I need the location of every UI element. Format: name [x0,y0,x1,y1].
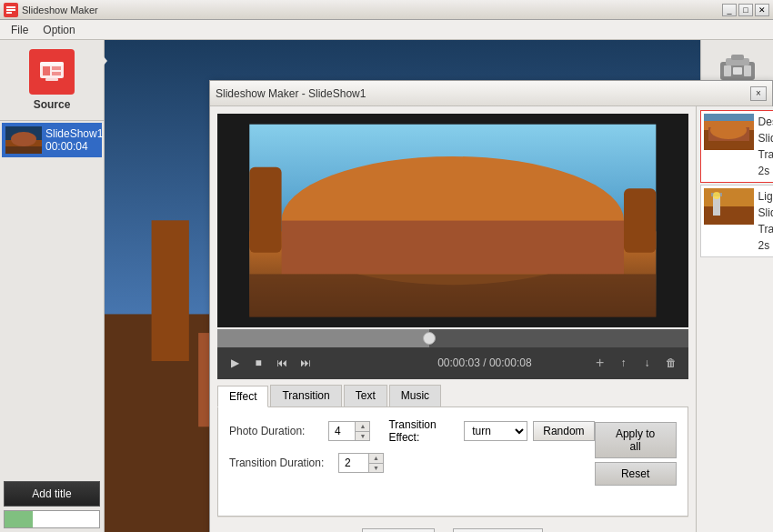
svg-rect-27 [624,188,656,253]
svg-rect-25 [282,221,624,275]
playlist-slide-desert: Slide: 4s [758,130,773,146]
progress-thumb[interactable] [423,332,436,345]
toolbox-icon [716,47,759,84]
playlist-transition-desert: Transition: 2s [758,146,773,179]
menu-option[interactable]: Option [35,22,82,38]
play-button[interactable]: ▶ [225,353,245,373]
transition-effect-select[interactable]: turn fade slide zoom [464,421,527,441]
add-title-button[interactable]: Add title [4,481,100,507]
player-controls: ▶ ■ ⏮ ⏭ 00:00:03 / 00:00:08 + ↑ ↓ 🗑 [217,347,688,379]
rewind-button[interactable]: ⏮ [272,353,292,373]
slideshow-duration: 00:00:04 [45,140,103,153]
svg-rect-18 [152,220,189,361]
app-icon [4,3,18,17]
slideshow-item[interactable]: SlideShow1 00:00:04 [2,123,102,157]
svg-rect-7 [52,66,61,70]
tab-text[interactable]: Text [344,385,387,407]
apply-to-all-button[interactable]: Apply to all [595,422,677,458]
playlist-panel: Desert Slide: 4s Transition: 2s [696,106,773,532]
photo-duration-label: Photo Duration: [229,425,328,437]
effect-tab-content: Photo Duration: ▲ ▼ [217,407,688,517]
window-content: ▶ ■ ⏮ ⏭ 00:00:03 / 00:00:08 + ↑ ↓ 🗑 [210,106,772,532]
svg-rect-3 [6,12,12,14]
photo-duration-row: Photo Duration: ▲ ▼ [229,418,595,444]
photo-duration-up[interactable]: ▲ [355,422,369,432]
move-down-button[interactable]: ↓ [637,353,658,373]
menu-bar: File Option [0,20,773,40]
close-button[interactable]: ✕ [755,4,769,16]
photo-duration-down[interactable]: ▼ [355,432,369,441]
svg-rect-13 [5,146,42,154]
photo-duration-input[interactable]: ▲ ▼ [328,421,370,441]
progress-bar[interactable] [217,329,688,347]
source-icon[interactable] [29,49,75,95]
svg-rect-31 [704,114,754,121]
move-up-button[interactable]: ↑ [614,353,634,373]
transition-effect-section: Transition Effect: turn fade slide zoom [388,418,594,444]
video-player [217,114,688,327]
photo-duration-spinner: ▲ ▼ [355,422,369,440]
add-slide-button[interactable]: + [590,353,610,373]
progress-fill [217,329,429,347]
transition-duration-input[interactable]: ▲ ▼ [338,453,384,473]
tab-music[interactable]: Music [389,385,441,407]
cancel-button[interactable]: Cancel [453,528,543,532]
transition-duration-spinner: ▲ ▼ [368,454,383,472]
random-button[interactable]: Random [533,421,594,441]
source-section: Source [0,40,104,121]
dialog-footer: OK Cancel [217,517,688,532]
tab-transition[interactable]: Transition [270,385,341,407]
tab-effect[interactable]: Effect [217,386,268,407]
minimize-button[interactable]: _ [722,4,737,16]
slideshow-name: SlideShow1 [45,127,103,140]
main-layout: Source SlideShow1 00:00:04 Add title [0,40,773,532]
playlist-thumb-desert [704,114,754,150]
svg-rect-41 [731,55,744,60]
svg-rect-8 [52,72,61,75]
playlist-info-lighthouse: Lighthouse Slide: 4s Transition: 2s [758,188,773,254]
svg-rect-1 [6,6,15,8]
extra-controls: + ↑ ↓ 🗑 [590,353,681,373]
transition-effect-label: Transition Effect: [388,418,458,444]
restore-button[interactable]: □ [738,4,753,16]
transition-duration-up[interactable]: ▲ [368,454,383,464]
svg-point-33 [710,121,747,139]
time-separator: / [480,356,489,369]
stop-button[interactable]: ■ [248,353,268,373]
window-controls: _ □ ✕ [722,4,769,16]
svg-point-12 [11,132,36,146]
tabs-container: Effect Transition Text Music Photo Durat… [217,385,688,517]
transition-duration-down[interactable]: ▼ [368,464,383,473]
playlist-item-lighthouse[interactable]: Lighthouse Slide: 4s Transition: 2s [700,185,773,257]
svg-rect-6 [43,66,50,75]
playlist-slide-lighthouse: Slide: 4s [758,205,773,221]
time-total: 00:00:08 [489,356,532,369]
slideshow-window: Slideshow Maker - SlideShow1 × [209,80,773,532]
window-close-button[interactable]: × [750,86,767,101]
video-area: ▶ ■ ⏮ ⏭ 00:00:03 / 00:00:08 + ↑ ↓ 🗑 [210,106,696,532]
slideshow-thumbnail [5,126,42,154]
app-title: Slideshow Maker [22,5,722,15]
forward-button[interactable]: ⏭ [296,353,316,373]
reset-button[interactable]: Reset [595,462,677,486]
transition-duration-value[interactable] [343,457,368,469]
svg-point-38 [713,192,720,199]
svg-rect-9 [45,78,58,81]
menu-file[interactable]: File [4,22,35,38]
window-title: Slideshow Maker - SlideShow1 [216,87,750,100]
playlist-name-lighthouse: Lighthouse [758,188,773,205]
left-form: Photo Duration: ▲ ▼ [229,418,595,486]
title-bar: Slideshow Maker _ □ ✕ [0,0,773,20]
center-area: Slideshow Maker - SlideShow1 × [105,40,773,532]
svg-rect-5 [40,62,64,65]
left-panel: Source SlideShow1 00:00:04 Add title [0,40,105,532]
ok-button[interactable]: OK [362,528,434,532]
playlist-name-desert: Desert [758,114,773,130]
delete-slide-button[interactable]: 🗑 [661,353,681,373]
time-display: 00:00:03 / 00:00:08 [319,356,532,369]
source-label: Source [34,98,71,111]
svg-rect-42 [724,65,731,76]
playlist-item-desert[interactable]: Desert Slide: 4s Transition: 2s [700,110,773,183]
source-arrow [98,50,107,72]
svg-rect-43 [744,65,751,76]
